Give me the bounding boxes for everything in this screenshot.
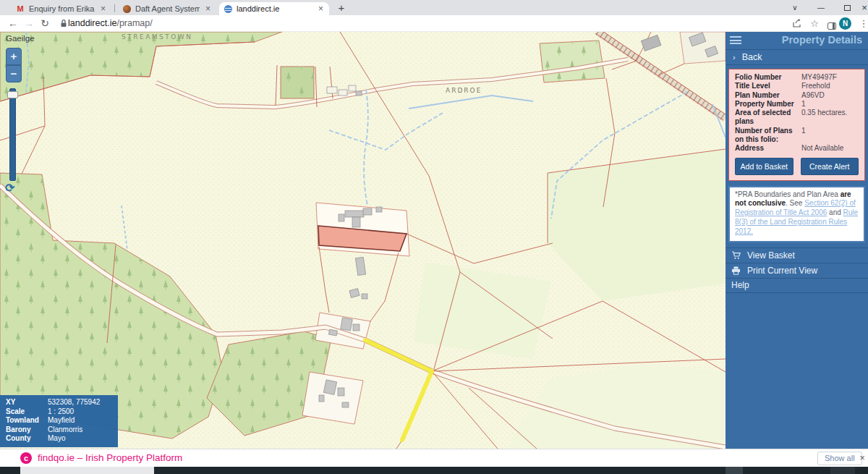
- help-item[interactable]: Help: [726, 278, 868, 293]
- panel-title: Property Details: [782, 34, 862, 46]
- place-label-streamstown: STREAMSTOWN: [122, 33, 193, 41]
- cart-icon: [731, 251, 741, 260]
- back-button-row[interactable]: ›Back: [726, 49, 868, 65]
- property-details-panel: Property Details ›Back Folio NumberMY494…: [726, 32, 868, 449]
- show-all-button[interactable]: Show all: [817, 452, 862, 465]
- printer-icon: [731, 266, 741, 275]
- info-row: XY532308, 775942: [6, 398, 112, 407]
- download-item[interactable]: findqo.ie – Irish Property Platform: [38, 449, 182, 467]
- add-to-basket-button[interactable]: Add to Basket: [735, 158, 793, 175]
- info-row: BaronyClanmorris: [6, 426, 112, 435]
- avatar[interactable]: N: [839, 17, 851, 30]
- url-domain: landdirect.ie: [68, 18, 116, 28]
- tab-close-icon[interactable]: ×: [204, 4, 212, 13]
- taskbar-window-button[interactable]: [20, 467, 154, 474]
- create-alert-button[interactable]: Create Alert: [801, 158, 859, 175]
- downloads-bar: c findqo.ie – Irish Property Platform Sh…: [0, 449, 868, 467]
- folio-details-box: Folio NumberMY49497F Title LevelFreehold…: [728, 69, 865, 181]
- detail-row: Property Number1: [729, 100, 864, 109]
- kebab-menu-icon[interactable]: ⋮: [856, 17, 868, 30]
- browser-toolbar: ← → ↻ landdirect.ie/pramap/ ☆ N ⋮: [0, 15, 868, 32]
- tab-gmail[interactable]: M Enquiry from Erika Walsh on Daf ×: [12, 2, 111, 15]
- url-bar[interactable]: landdirect.ie/pramap/: [68, 18, 153, 28]
- map-info-box: XY532308, 775942 Scale1 : 2500 TownlandM…: [0, 395, 118, 447]
- place-label-ardroe: ARDROE: [446, 87, 482, 94]
- url-path: /pramap/: [116, 18, 152, 28]
- gmail-icon: M: [16, 4, 25, 13]
- reload-button[interactable]: ↻: [38, 17, 52, 30]
- detail-row: Title LevelFreehold: [729, 82, 864, 90]
- zoom-out-button[interactable]: −: [6, 65, 22, 82]
- tab-search-icon[interactable]: ∨: [786, 0, 804, 15]
- tab-title: Enquiry from Erika Walsh on Daf: [29, 4, 95, 13]
- taskbar-clock-area: [830, 467, 855, 474]
- globe-icon: [224, 4, 232, 13]
- zoom-in-button[interactable]: +: [6, 48, 22, 65]
- maximize-button[interactable]: [838, 0, 856, 15]
- detail-row: Number of Plans on this folio:1: [729, 127, 864, 145]
- new-tab-button[interactable]: +: [334, 1, 349, 14]
- chevron-right-icon: ›: [733, 53, 736, 62]
- tab-separator: [114, 4, 115, 12]
- info-row: CountyMayo: [6, 434, 112, 444]
- tab-title: Daft Agent System: [135, 4, 200, 13]
- tab-daft[interactable]: Daft Agent System ×: [118, 2, 216, 15]
- zoom-slider-handle[interactable]: [7, 91, 18, 98]
- back-button[interactable]: ←: [6, 17, 20, 30]
- detail-row: Area of selected plans0.35 hectares.: [729, 109, 864, 127]
- view-basket-item[interactable]: View Basket: [726, 247, 868, 263]
- tab-close-icon[interactable]: ×: [99, 4, 107, 13]
- language-link[interactable]: Gaeilge: [6, 34, 35, 43]
- info-row: Scale1 : 2500: [6, 407, 112, 417]
- info-row: TownlandMayfield: [6, 416, 112, 426]
- browser-window: M Enquiry from Erika Walsh on Daf × Daft…: [0, 0, 868, 474]
- print-current-view-item[interactable]: Print Current View: [726, 263, 868, 278]
- detail-row: Folio NumberMY49497F: [729, 73, 864, 82]
- tab-title: landdirect.ie: [237, 4, 312, 13]
- tab-strip: M Enquiry from Erika Walsh on Daf × Daft…: [0, 0, 868, 15]
- map-viewport[interactable]: STREAMSTOWN ARDROE Gaeilge + − ⟳ XY53230…: [0, 32, 726, 449]
- minimize-button[interactable]: —: [812, 0, 830, 15]
- zoom-slider-track[interactable]: [9, 88, 16, 181]
- bookmark-star-icon[interactable]: ☆: [807, 17, 822, 30]
- disclaimer-box: *PRA Boundaries and Plan Area are not co…: [728, 186, 865, 242]
- tab-landdirect-active[interactable]: landdirect.ie ×: [219, 2, 329, 15]
- forward-button[interactable]: →: [22, 17, 36, 30]
- taskbar[interactable]: [0, 467, 868, 474]
- map-canvas[interactable]: STREAMSTOWN ARDROE: [0, 32, 726, 449]
- detail-row: AddressNot Available: [729, 144, 864, 153]
- tab-close-icon[interactable]: ×: [317, 4, 325, 13]
- hamburger-menu-icon[interactable]: [730, 36, 741, 46]
- daft-icon: [122, 4, 131, 13]
- refresh-map-icon[interactable]: ⟳: [5, 181, 14, 195]
- panel-menu: View Basket Print Current View Help: [726, 247, 868, 293]
- findqo-logo-icon: c: [20, 452, 32, 464]
- share-icon[interactable]: [790, 18, 804, 32]
- detail-row: Plan NumberA96VD: [729, 91, 864, 100]
- window-close-button[interactable]: ×: [855, 0, 868, 15]
- downloads-close-icon[interactable]: ×: [856, 451, 868, 465]
- taskbar-segment: [726, 467, 743, 474]
